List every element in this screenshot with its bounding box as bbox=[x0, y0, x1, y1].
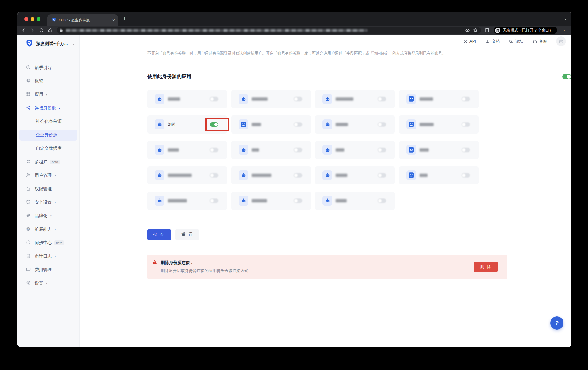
workspace-switcher[interactable]: 预发测试–千万... ⌄ bbox=[17, 38, 79, 49]
app-toggle[interactable] bbox=[210, 148, 218, 152]
app-toggle[interactable] bbox=[294, 122, 302, 127]
header-forum-link[interactable]: 论坛 bbox=[509, 39, 523, 44]
save-button[interactable]: 保 存 bbox=[147, 229, 171, 240]
sidebar-item-4[interactable]: 连接身份源▴ bbox=[17, 101, 79, 115]
delete-button[interactable]: 删 除 bbox=[474, 262, 498, 272]
sidebar-item-14[interactable]: 同步中心beta bbox=[17, 236, 79, 250]
eye-slash-icon[interactable] bbox=[465, 28, 470, 33]
book-icon bbox=[485, 39, 490, 43]
app-toggle[interactable] bbox=[378, 198, 386, 203]
app-name-redacted bbox=[168, 174, 192, 177]
app-logo-icon bbox=[406, 119, 416, 129]
app-toggle[interactable] bbox=[294, 198, 302, 203]
bookmark-star-icon[interactable] bbox=[473, 28, 478, 33]
reload-icon[interactable] bbox=[39, 28, 44, 33]
home-icon[interactable] bbox=[48, 28, 53, 33]
apps-icon bbox=[26, 92, 31, 97]
app-toggle[interactable] bbox=[210, 173, 218, 178]
app-toggle[interactable] bbox=[462, 97, 470, 101]
app-logo-icon bbox=[239, 196, 248, 206]
app-toggle[interactable] bbox=[294, 148, 302, 152]
app-name-redacted bbox=[252, 123, 261, 126]
app-toggle[interactable] bbox=[462, 173, 470, 178]
section-toggle[interactable] bbox=[562, 74, 571, 79]
app-toggle[interactable] bbox=[378, 173, 386, 178]
close-window-button[interactable] bbox=[24, 17, 28, 21]
sidebar-item-10[interactable]: 权限管理 bbox=[17, 182, 79, 196]
sidebar-item-3[interactable]: 应用▾ bbox=[17, 88, 79, 101]
tab-favicon-shield-icon bbox=[52, 17, 56, 23]
sidebar-item-label: 同步中心 bbox=[35, 240, 52, 246]
help-button[interactable]: ? bbox=[550, 316, 564, 330]
sidebar-item-17[interactable]: 设置▾ bbox=[17, 277, 79, 290]
maximize-window-button[interactable] bbox=[37, 17, 40, 21]
side-panel-icon[interactable] bbox=[485, 28, 490, 33]
sidebar-item-label: 权限管理 bbox=[35, 186, 52, 192]
header-docs-link[interactable]: 文档 bbox=[485, 39, 500, 44]
beta-badge: beta bbox=[54, 240, 64, 245]
chevron-down-icon: ⌄ bbox=[72, 42, 75, 46]
forward-icon[interactable] bbox=[30, 28, 35, 33]
sidebar-item-15[interactable]: 审计日志▾ bbox=[17, 250, 79, 263]
app-toggle[interactable] bbox=[378, 97, 386, 101]
tab-search-chevron-icon[interactable]: ⌄ bbox=[564, 16, 567, 21]
sidebar-item-5[interactable]: 社会化身份源 bbox=[17, 115, 79, 128]
header-api-link[interactable]: API bbox=[463, 39, 476, 43]
app-toggle[interactable] bbox=[462, 122, 470, 127]
sidebar-item-7[interactable]: 自定义数据库 bbox=[17, 142, 79, 155]
app-toggle[interactable] bbox=[378, 148, 386, 152]
minimize-window-button[interactable] bbox=[31, 17, 34, 21]
overview-icon bbox=[26, 78, 31, 84]
browser-tab[interactable]: OIDC - 企业身份源 × bbox=[47, 14, 118, 26]
app-toggle[interactable] bbox=[210, 97, 218, 101]
incognito-badge[interactable]: 无痕模式（已打开 7 个窗口） bbox=[494, 27, 557, 34]
app-name-redacted bbox=[420, 148, 429, 152]
tab-close-icon[interactable]: × bbox=[112, 18, 115, 23]
incognito-icon bbox=[495, 28, 500, 33]
app-toggle[interactable] bbox=[210, 198, 218, 203]
tools-icon bbox=[463, 39, 468, 43]
sidebar-item-1[interactable]: 新手引导 bbox=[17, 61, 79, 74]
sidebar-item-11[interactable]: 安全设置▾ bbox=[17, 196, 79, 209]
extension-icon: A bbox=[26, 227, 31, 232]
app-name-redacted bbox=[336, 199, 347, 202]
app-logo-icon bbox=[155, 94, 164, 104]
header-support-link[interactable]: 客服 bbox=[533, 39, 547, 44]
app-name: 刘涛 bbox=[168, 122, 176, 127]
sidebar-item-8[interactable]: 多租户beta bbox=[17, 155, 79, 169]
app-card-14 bbox=[231, 166, 311, 184]
app-toggle[interactable] bbox=[294, 173, 302, 178]
sidebar-item-6[interactable]: 企业身份源 bbox=[17, 128, 79, 142]
app-logo-icon bbox=[239, 94, 248, 104]
user-avatar[interactable] bbox=[556, 36, 566, 46]
sidebar-item-12[interactable]: 品牌化▾ bbox=[17, 209, 79, 223]
new-tab-button[interactable]: + bbox=[123, 16, 126, 22]
app-name-redacted bbox=[252, 97, 268, 101]
app-name-redacted bbox=[252, 148, 259, 152]
app-logo-icon bbox=[406, 94, 416, 104]
sidebar-item-9[interactable]: 用户管理▾ bbox=[17, 169, 79, 182]
app-logo-icon bbox=[406, 145, 416, 155]
sidebar-item-label: 概览 bbox=[35, 78, 43, 84]
lock-icon bbox=[26, 186, 31, 192]
reset-button[interactable]: 重 置 bbox=[175, 229, 199, 240]
brand-icon bbox=[26, 213, 31, 219]
back-icon[interactable] bbox=[21, 28, 26, 33]
sidebar-item-13[interactable]: A扩展能力▾ bbox=[17, 223, 79, 236]
app-toggle[interactable] bbox=[378, 122, 386, 127]
sidebar-item-label: 多租户 bbox=[35, 159, 47, 165]
sidebar-item-2[interactable]: 概览 bbox=[17, 74, 79, 88]
svg-text:A: A bbox=[28, 228, 29, 230]
address-bar[interactable] bbox=[57, 27, 481, 34]
sidebar-item-label: 扩展能力 bbox=[35, 227, 52, 232]
browser-menu-kebab-icon[interactable]: ⋮ bbox=[561, 28, 568, 32]
app-toggle[interactable] bbox=[294, 97, 302, 101]
app-logo-icon bbox=[155, 119, 164, 129]
connect-icon bbox=[26, 105, 31, 111]
app-card-5: 刘涛 bbox=[147, 115, 227, 134]
app-toggle[interactable] bbox=[462, 148, 470, 152]
apps-grid: 刘涛 bbox=[147, 90, 479, 210]
app-logo-icon bbox=[322, 170, 332, 180]
sidebar-item-16[interactable]: 费用管理 bbox=[17, 263, 79, 277]
app-logo-icon bbox=[239, 170, 248, 180]
